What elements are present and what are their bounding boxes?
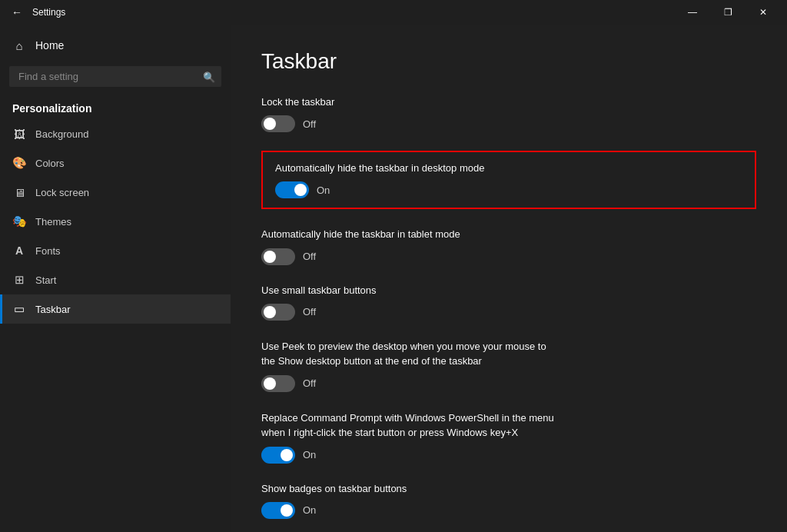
start-icon: ⊞	[12, 273, 26, 287]
setting-lock-taskbar: Lock the taskbar Off	[261, 95, 756, 132]
small-buttons-toggle-row: Off	[261, 304, 756, 321]
auto-hide-tablet-state: Off	[303, 251, 316, 262]
sidebar-item-colors-label: Colors	[35, 158, 65, 169]
sidebar-item-background[interactable]: 🖼 Background	[0, 119, 231, 148]
sidebar-item-themes-label: Themes	[35, 216, 71, 228]
lock-taskbar-knob	[264, 118, 276, 130]
sidebar-item-taskbar[interactable]: ▭ Taskbar	[0, 294, 231, 324]
show-badges-knob	[281, 504, 293, 517]
peek-preview-state: Off	[303, 377, 316, 389]
taskbar-icon: ▭	[12, 302, 26, 316]
setting-replace-prompt: Replace Command Prompt with Windows Powe…	[261, 411, 756, 464]
small-buttons-knob	[264, 306, 276, 318]
home-icon: ⌂	[12, 38, 26, 52]
peek-preview-knob	[264, 377, 276, 390]
show-badges-label: Show badges on taskbar buttons	[261, 482, 756, 496]
show-badges-toggle-row: On	[261, 502, 756, 519]
search-icon: 🔍	[203, 71, 215, 82]
auto-hide-desktop-toggle[interactable]	[275, 181, 309, 198]
sidebar-item-fonts-label: Fonts	[35, 245, 61, 257]
sidebar-home-button[interactable]: ⌂ Home	[0, 31, 231, 60]
replace-prompt-knob	[281, 449, 293, 461]
peek-preview-toggle[interactable]	[261, 375, 295, 392]
sidebar-section-title: Personalization	[0, 93, 231, 119]
setting-auto-hide-tablet: Automatically hide the taskbar in tablet…	[261, 228, 756, 264]
replace-prompt-toggle-row: On	[261, 447, 756, 464]
replace-prompt-label: Replace Command Prompt with Windows Powe…	[261, 411, 630, 441]
app-title: Settings	[32, 7, 675, 18]
title-bar: ← Settings — ❐ ✕	[0, 0, 787, 25]
lock-taskbar-label: Lock the taskbar	[261, 95, 756, 109]
sidebar-item-lock-screen[interactable]: 🖥 Lock screen	[0, 178, 231, 207]
auto-hide-tablet-toggle[interactable]	[261, 248, 295, 265]
sidebar-item-background-label: Background	[35, 128, 88, 140]
replace-prompt-toggle[interactable]	[261, 447, 295, 464]
colors-icon: 🎨	[12, 156, 26, 170]
show-badges-state: On	[303, 504, 316, 516]
restore-button[interactable]: ❐	[710, 0, 745, 25]
sidebar-search-container: 🔍	[9, 66, 221, 87]
app-body: ⌂ Home 🔍 Personalization 🖼 Background 🎨 …	[0, 25, 787, 532]
auto-hide-desktop-label: Automatically hide the taskbar in deskto…	[275, 161, 742, 175]
small-buttons-toggle[interactable]	[261, 304, 295, 321]
auto-hide-desktop-knob	[294, 184, 307, 196]
background-icon: 🖼	[12, 127, 26, 141]
content-area: Taskbar Lock the taskbar Off Automatical…	[231, 25, 787, 532]
setting-small-buttons: Use small taskbar buttons Off	[261, 284, 756, 321]
search-input[interactable]	[9, 66, 221, 87]
show-badges-toggle[interactable]	[261, 502, 295, 519]
lock-taskbar-state: Off	[303, 118, 316, 130]
sidebar-item-fonts[interactable]: A Fonts	[0, 236, 231, 265]
minimize-button[interactable]: —	[675, 0, 710, 25]
sidebar-item-lock-screen-label: Lock screen	[35, 187, 89, 198]
auto-hide-tablet-knob	[264, 251, 276, 263]
auto-hide-desktop-state: On	[317, 185, 330, 196]
auto-hide-tablet-toggle-row: Off	[261, 248, 756, 265]
close-button[interactable]: ✕	[745, 0, 781, 25]
peek-preview-toggle-row: Off	[261, 375, 756, 392]
setting-show-badges: Show badges on taskbar buttons On	[261, 482, 756, 519]
sidebar-item-start-label: Start	[35, 274, 56, 286]
sidebar-item-taskbar-label: Taskbar	[35, 304, 71, 315]
page-title: Taskbar	[261, 49, 756, 74]
auto-hide-desktop-toggle-row: On	[275, 181, 742, 198]
lock-taskbar-toggle[interactable]	[261, 115, 295, 132]
sidebar: ⌂ Home 🔍 Personalization 🖼 Background 🎨 …	[0, 25, 231, 532]
sidebar-item-start[interactable]: ⊞ Start	[0, 265, 231, 294]
sidebar-item-colors[interactable]: 🎨 Colors	[0, 148, 231, 178]
back-icon: ←	[12, 6, 22, 18]
lock-screen-icon: 🖥	[12, 185, 26, 199]
setting-peek-preview: Use Peek to preview the desktop when you…	[261, 339, 756, 392]
themes-icon: 🎭	[12, 214, 26, 228]
back-button[interactable]: ←	[6, 2, 28, 23]
sidebar-item-themes[interactable]: 🎭 Themes	[0, 207, 231, 236]
lock-taskbar-toggle-row: Off	[261, 115, 756, 132]
fonts-icon: A	[12, 244, 26, 258]
window-controls: — ❐ ✕	[675, 0, 781, 25]
small-buttons-state: Off	[303, 306, 316, 318]
small-buttons-label: Use small taskbar buttons	[261, 284, 756, 298]
peek-preview-label: Use Peek to preview the desktop when you…	[261, 339, 630, 369]
highlight-box: Automatically hide the taskbar in deskto…	[261, 151, 756, 209]
replace-prompt-state: On	[303, 449, 316, 461]
auto-hide-tablet-label: Automatically hide the taskbar in tablet…	[261, 228, 756, 241]
sidebar-home-label: Home	[35, 39, 64, 52]
